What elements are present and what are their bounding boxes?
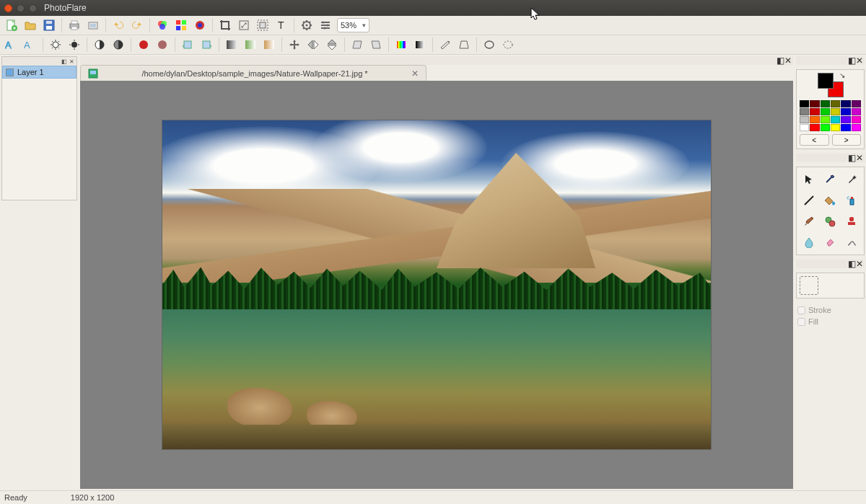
tools-close-icon[interactable]: ✕	[856, 153, 863, 163]
swap-colors-icon[interactable]: ↘	[839, 71, 845, 79]
palette-swatch[interactable]	[831, 108, 840, 115]
pointer-tool[interactable]	[800, 170, 818, 189]
palette-prev-button[interactable]: <	[800, 134, 829, 146]
gradient2-button[interactable]	[242, 37, 259, 53]
brightness-down-button[interactable]	[66, 37, 83, 53]
color-grid-button[interactable]	[172, 17, 190, 33]
print-button[interactable]	[66, 17, 83, 33]
undo-button[interactable]	[110, 17, 127, 33]
grayscale-button[interactable]	[411, 37, 429, 53]
palette-swatch[interactable]	[821, 108, 830, 115]
palette-swatch[interactable]	[821, 100, 830, 107]
save-file-button[interactable]	[40, 17, 58, 33]
fill-checkbox[interactable]: Fill	[797, 317, 863, 326]
move-tool-button[interactable]	[286, 37, 303, 53]
layer-item[interactable]: Layer 1	[2, 66, 76, 79]
palette-swatch[interactable]	[800, 108, 809, 115]
foreground-color-swatch[interactable]	[818, 73, 834, 89]
flip-h-button[interactable]	[305, 37, 322, 53]
canvas-viewport[interactable]	[80, 81, 793, 489]
open-file-button[interactable]	[22, 17, 39, 33]
contrast-down-button[interactable]	[110, 37, 127, 53]
spray-tool[interactable]	[842, 191, 861, 210]
palette-swatch[interactable]	[841, 124, 850, 131]
blur-tool[interactable]	[800, 233, 818, 252]
palette-swatch[interactable]	[852, 124, 861, 131]
palette-swatch[interactable]	[800, 100, 809, 107]
palette-swatch[interactable]	[810, 108, 819, 115]
canvas-size-button[interactable]	[254, 17, 271, 33]
palette-swatch[interactable]	[810, 124, 819, 131]
skew-right-button[interactable]	[367, 37, 385, 53]
canvas-undock-icon[interactable]: ◧	[777, 56, 784, 66]
rotate-right-button[interactable]	[198, 37, 215, 53]
palette-swatch[interactable]	[831, 100, 840, 107]
selection-undock-icon[interactable]: ◧	[848, 259, 856, 269]
resize-button[interactable]	[235, 17, 253, 33]
window-close-button[interactable]	[4, 4, 12, 12]
palette-swatch[interactable]	[800, 124, 809, 131]
palette-swatch[interactable]	[810, 116, 819, 123]
palette-swatch[interactable]	[800, 116, 809, 123]
stamp-tool[interactable]	[842, 212, 861, 231]
gradient1-button[interactable]	[223, 37, 240, 53]
bucket-tool[interactable]	[821, 191, 839, 210]
saturation-down-button[interactable]	[154, 37, 171, 53]
redo-button[interactable]	[128, 17, 146, 33]
document-tab[interactable]: /home/dylan/Desktop/sample_images/Nature…	[80, 65, 427, 81]
eraser-tool[interactable]	[821, 233, 839, 252]
tab-close-icon[interactable]: ✕	[411, 68, 419, 79]
perspective-button[interactable]	[455, 37, 473, 53]
panel-undock-icon[interactable]: ◧	[61, 58, 68, 65]
right-close-icon[interactable]: ✕	[856, 56, 863, 66]
ellipse-solid-button[interactable]	[481, 37, 498, 53]
selection-close-icon[interactable]: ✕	[856, 259, 863, 269]
contrast-up-button[interactable]	[91, 37, 108, 53]
palette-swatch[interactable]	[821, 124, 830, 131]
brightness-up-button[interactable]	[47, 37, 64, 53]
color-mode-button[interactable]	[191, 17, 209, 33]
palette-swatch[interactable]	[841, 108, 850, 115]
rotate-left-button[interactable]	[179, 37, 196, 53]
text-outline-button[interactable]: A	[3, 37, 20, 53]
line-tool[interactable]	[800, 191, 818, 210]
settings-button[interactable]	[298, 17, 315, 33]
clone-tool[interactable]	[821, 212, 839, 231]
panel-close-icon[interactable]: ✕	[68, 58, 75, 65]
new-file-button[interactable]	[3, 17, 20, 33]
wand-tool[interactable]	[842, 170, 861, 189]
palette-swatch[interactable]	[841, 116, 850, 123]
window-minimize-button[interactable]	[17, 4, 25, 12]
deskew-button[interactable]	[437, 37, 454, 53]
palette-swatch[interactable]	[852, 108, 861, 115]
brush-tool[interactable]	[800, 212, 818, 231]
rect-select-tool[interactable]	[800, 276, 818, 295]
window-maximize-button[interactable]	[29, 4, 37, 12]
ellipse-dashed-button[interactable]	[499, 37, 517, 53]
scan-button[interactable]	[84, 17, 102, 33]
flip-v-button[interactable]	[323, 37, 341, 53]
zoom-level-combo[interactable]: 53% ▾	[337, 18, 369, 32]
crop-button[interactable]	[216, 17, 234, 33]
smudge-tool[interactable]	[842, 233, 861, 252]
hue-button[interactable]	[393, 37, 410, 53]
palette-swatch[interactable]	[852, 100, 861, 107]
skew-left-button[interactable]	[349, 37, 366, 53]
palette-swatch[interactable]	[852, 116, 861, 123]
stroke-checkbox[interactable]: Stroke	[797, 306, 863, 314]
preferences-button[interactable]	[317, 17, 334, 33]
tools-undock-icon[interactable]: ◧	[848, 153, 856, 163]
palette-swatch[interactable]	[831, 124, 840, 131]
text-tool-button[interactable]: T	[273, 17, 290, 33]
rgb-channels-button[interactable]	[154, 17, 171, 33]
palette-swatch[interactable]	[831, 116, 840, 123]
palette-next-button[interactable]: >	[832, 134, 862, 146]
gradient3-button[interactable]	[261, 37, 278, 53]
text-fill-button[interactable]: A	[22, 37, 39, 53]
canvas-close-icon[interactable]: ✕	[784, 56, 792, 66]
eyedropper-tool[interactable]	[821, 170, 839, 189]
palette-swatch[interactable]	[841, 100, 850, 107]
saturation-up-button[interactable]	[135, 37, 152, 53]
palette-swatch[interactable]	[810, 100, 819, 107]
palette-swatch[interactable]	[821, 116, 830, 123]
